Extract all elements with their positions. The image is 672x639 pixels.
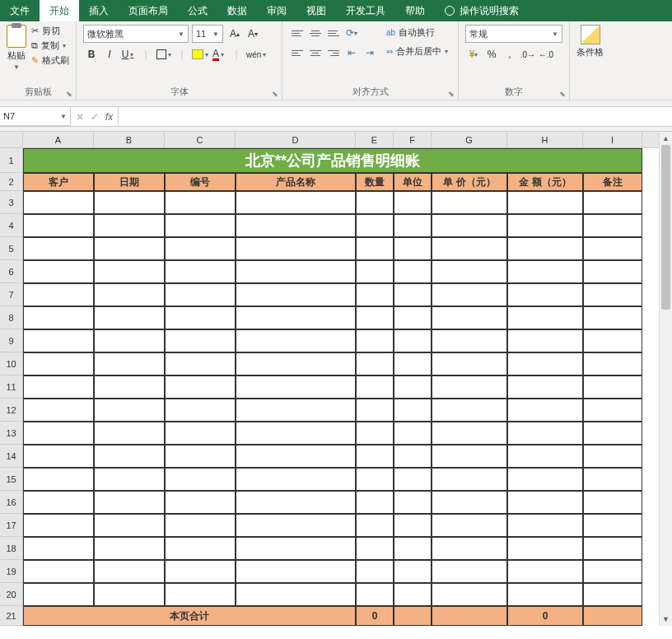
data-cell[interactable] [94, 283, 165, 306]
data-cell[interactable] [356, 329, 394, 352]
data-cell[interactable] [23, 237, 94, 260]
col-header-G[interactable]: G [432, 132, 507, 147]
data-cell[interactable] [394, 214, 432, 237]
scroll-down-icon[interactable]: ▼ [660, 613, 672, 626]
increase-indent-button[interactable]: ⇥ [362, 44, 378, 61]
data-cell[interactable] [583, 560, 642, 583]
data-cell[interactable] [432, 560, 507, 583]
data-cell[interactable] [236, 514, 356, 537]
decrease-font-button[interactable]: A▾ [245, 26, 261, 42]
data-cell[interactable] [583, 537, 642, 560]
data-cell[interactable] [356, 283, 394, 306]
phonetic-button[interactable]: wén▾ [246, 46, 266, 63]
data-cell[interactable] [432, 237, 507, 260]
data-cell[interactable] [23, 352, 94, 375]
fx-icon[interactable]: fx [105, 111, 113, 123]
data-cell[interactable] [23, 583, 94, 606]
data-cell[interactable] [236, 260, 356, 283]
align-right-button[interactable] [325, 44, 342, 61]
data-cell[interactable] [94, 491, 165, 514]
data-cell[interactable] [394, 237, 432, 260]
data-cell[interactable] [432, 583, 507, 606]
data-cell[interactable] [432, 214, 507, 237]
data-cell[interactable] [23, 375, 94, 399]
data-cell[interactable] [94, 583, 165, 606]
sheet-title[interactable]: 北京**公司产品销售明细账 [23, 148, 642, 173]
data-cell[interactable] [356, 214, 394, 237]
row-header-5[interactable]: 5 [0, 237, 23, 260]
data-cell[interactable] [432, 491, 507, 514]
data-cell[interactable] [356, 537, 394, 560]
data-cell[interactable] [507, 514, 583, 537]
data-cell[interactable] [94, 306, 165, 329]
data-cell[interactable] [356, 375, 394, 399]
data-cell[interactable] [394, 306, 432, 329]
data-cell[interactable] [583, 445, 642, 468]
data-cell[interactable] [507, 537, 583, 560]
header-cell[interactable]: 单 价（元） [432, 173, 507, 191]
tab-home[interactable]: 开始 [40, 0, 79, 21]
data-cell[interactable] [394, 514, 432, 537]
row-header-9[interactable]: 9 [0, 329, 23, 352]
row-header-16[interactable]: 16 [0, 491, 23, 514]
tab-review[interactable]: 审阅 [257, 0, 296, 21]
header-cell[interactable]: 备注 [583, 173, 642, 191]
data-cell[interactable] [583, 514, 642, 537]
data-cell[interactable] [94, 329, 165, 352]
data-cell[interactable] [432, 375, 507, 399]
tab-insert[interactable]: 插入 [79, 0, 119, 21]
tab-help[interactable]: 帮助 [395, 0, 435, 21]
data-cell[interactable] [236, 445, 356, 468]
col-header-E[interactable]: E [356, 132, 394, 147]
data-cell[interactable] [94, 514, 165, 537]
paste-button[interactable]: 粘贴 ▼ [7, 25, 26, 84]
tab-view[interactable]: 视图 [296, 0, 336, 21]
data-cell[interactable] [23, 560, 94, 583]
data-cell[interactable] [507, 214, 583, 237]
data-cell[interactable] [507, 191, 583, 214]
data-cell[interactable] [507, 260, 583, 283]
data-cell[interactable] [23, 214, 94, 237]
row-header-13[interactable]: 13 [0, 422, 23, 445]
format-painter-button[interactable]: ✎ 格式刷 [31, 54, 69, 67]
data-cell[interactable] [236, 560, 356, 583]
data-cell[interactable] [394, 191, 432, 214]
data-cell[interactable] [94, 445, 165, 468]
data-cell[interactable] [165, 560, 236, 583]
tab-formulas[interactable]: 公式 [178, 0, 217, 21]
col-header-C[interactable]: C [165, 132, 236, 147]
data-cell[interactable] [165, 237, 236, 260]
data-cell[interactable] [583, 491, 642, 514]
data-cell[interactable] [236, 191, 356, 214]
data-cell[interactable] [432, 352, 507, 375]
row-header-20[interactable]: 20 [0, 583, 23, 606]
name-box[interactable]: N7 ▼ [0, 107, 71, 126]
data-cell[interactable] [165, 422, 236, 445]
row-header-11[interactable]: 11 [0, 375, 23, 399]
data-cell[interactable] [236, 306, 356, 329]
data-cell[interactable] [507, 422, 583, 445]
data-cell[interactable] [583, 399, 642, 422]
data-cell[interactable] [583, 191, 642, 214]
data-cell[interactable] [356, 514, 394, 537]
row-header-7[interactable]: 7 [0, 283, 23, 306]
tell-me[interactable]: 操作说明搜索 [435, 0, 529, 21]
data-cell[interactable] [165, 352, 236, 375]
data-cell[interactable] [165, 260, 236, 283]
data-cell[interactable] [165, 445, 236, 468]
total-qty-cell[interactable]: 0 [356, 606, 394, 626]
conditional-format-button[interactable]: 条件格 [576, 25, 604, 96]
currency-button[interactable]: ¥▾ [465, 46, 482, 63]
col-header-D[interactable]: D [236, 132, 356, 147]
data-cell[interactable] [394, 260, 432, 283]
fill-color-button[interactable]: ▾ [192, 46, 208, 63]
data-cell[interactable] [94, 399, 165, 422]
data-cell[interactable] [356, 468, 394, 491]
data-cell[interactable] [236, 491, 356, 514]
merge-center-button[interactable]: ⇔ 合并后居中 ▾ [383, 44, 451, 59]
font-color-button[interactable]: A▾ [210, 46, 226, 63]
data-cell[interactable] [507, 352, 583, 375]
cancel-icon[interactable]: ✕ [76, 111, 84, 123]
total-label-cell[interactable]: 本页合计 [23, 606, 356, 626]
data-cell[interactable] [356, 237, 394, 260]
